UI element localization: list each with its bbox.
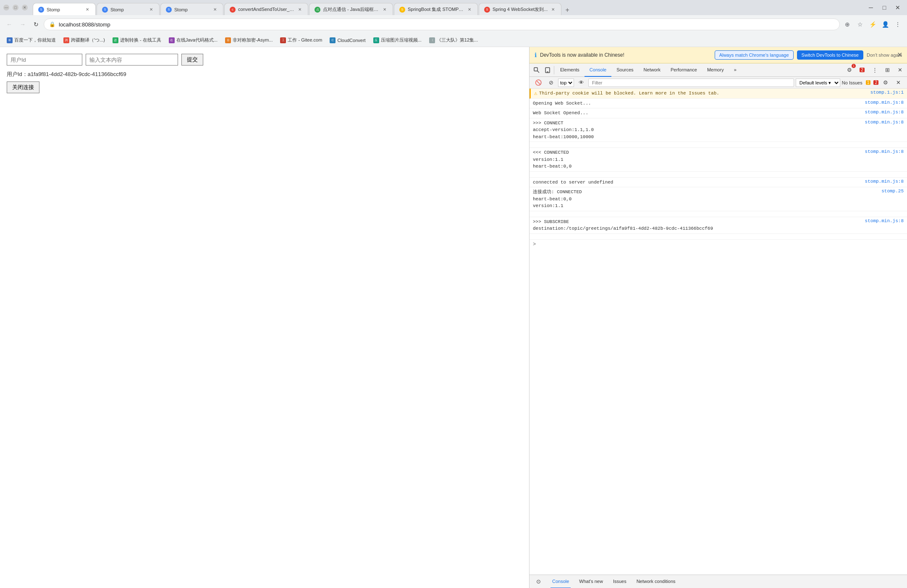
no-issues-badge: No Issues 1 2 bbox=[842, 80, 878, 85]
console-text-connected: <<< CONNECTED version:1.1 heart-beat:0,0 bbox=[533, 149, 862, 170]
tab-close-4[interactable]: ✕ bbox=[297, 7, 303, 13]
settings-icon[interactable]: ⚙ 1 bbox=[844, 65, 855, 76]
browser-tab-p2p[interactable]: 点 点对点通信 - Java后端框架库 ✕ bbox=[309, 3, 393, 15]
tab-close-5[interactable]: ✕ bbox=[382, 7, 388, 13]
tab-performance[interactable]: Performance bbox=[666, 63, 702, 77]
tab-close-2[interactable]: ✕ bbox=[148, 7, 154, 13]
issues-count-badge[interactable]: 2 bbox=[857, 65, 868, 76]
bookmark-asym[interactable]: 非 非对称加密-Asym... bbox=[222, 35, 276, 45]
window-restore[interactable]: □ bbox=[878, 2, 890, 13]
tab-sources[interactable]: Sources bbox=[611, 63, 638, 77]
close-button[interactable]: ✕ bbox=[22, 5, 28, 10]
submit-button[interactable]: 提交 bbox=[181, 54, 203, 66]
browser-tab-convert[interactable]: c convertAndSendToUser_百三... ✕ bbox=[224, 3, 308, 15]
console-link-lianjiecheng[interactable]: stomp.25 bbox=[878, 189, 904, 194]
browser-tab-stomp-2[interactable]: S Stomp ✕ bbox=[97, 3, 160, 15]
user-id-input[interactable] bbox=[7, 54, 82, 66]
tab-console[interactable]: Console bbox=[585, 63, 611, 77]
maximize-button[interactable]: □ bbox=[13, 5, 18, 10]
console-link-warn-cookie[interactable]: stomp.1.js:1 bbox=[867, 90, 904, 95]
eye-icon[interactable]: 👁 bbox=[576, 77, 587, 88]
bookmark-hex[interactable]: 进 进制转换 - 在线工具 bbox=[109, 35, 165, 45]
reload-button[interactable]: ↻ bbox=[30, 18, 42, 30]
inspect-element-icon[interactable] bbox=[531, 65, 542, 76]
console-prompt-line[interactable]: > bbox=[530, 240, 907, 249]
browser-tab-spring4[interactable]: S Spring 4 WebSocket发到... ✕ bbox=[479, 3, 561, 15]
bookmark-sandui[interactable]: 《 《三大队》第12集... bbox=[426, 35, 481, 45]
bookmark-cloudconvert[interactable]: C CloudConvert bbox=[326, 35, 369, 45]
bottom-tab-whats-new[interactable]: What's new bbox=[577, 575, 605, 588]
tab-more[interactable]: » bbox=[729, 63, 742, 77]
bookmark-translate[interactable]: 跨 跨疆翻译（'つ...) bbox=[60, 35, 108, 45]
console-text-server-connected: connected to server undefined bbox=[533, 179, 862, 186]
console-link-subscribe[interactable]: stomp.min.js:8 bbox=[862, 218, 904, 223]
context-select[interactable]: top bbox=[558, 79, 574, 87]
tab-title-6: SpringBoot 集成 STOMP 实三... bbox=[408, 6, 464, 13]
back-button[interactable]: ← bbox=[3, 18, 15, 30]
url-bar[interactable]: 🔒 localhost:8088/stomp bbox=[44, 18, 840, 30]
bookmark-gitee[interactable]: 工 工作 - Gitee.com bbox=[277, 35, 325, 45]
window-close[interactable]: ✕ bbox=[892, 2, 904, 13]
notification-close-button[interactable]: ✕ bbox=[895, 50, 904, 59]
tab-elements[interactable]: Elements bbox=[555, 63, 585, 77]
console-link-connected[interactable]: stomp.min.js:8 bbox=[862, 149, 904, 154]
caret-icon: > bbox=[533, 242, 536, 247]
filter-icon[interactable]: ⊘ bbox=[545, 77, 556, 88]
notification-text: DevTools is now available in Chinese! bbox=[540, 52, 711, 58]
address-actions: ⊕ ☆ ⚡ 👤 ⋮ bbox=[841, 18, 904, 30]
bottom-tab-issues[interactable]: Issues bbox=[611, 575, 628, 588]
devtools-toolbar-right: ⚙ 1 2 ⋮ ⊞ ✕ bbox=[844, 65, 905, 76]
clear-console-icon[interactable]: 🚫 bbox=[533, 77, 544, 88]
tab-network[interactable]: Network bbox=[639, 63, 666, 77]
console-link-socket-opened[interactable]: stomp.min.js:8 bbox=[862, 110, 904, 115]
translate-button[interactable]: ⊕ bbox=[841, 18, 853, 30]
dock-icon[interactable]: ⊞ bbox=[882, 65, 893, 76]
menu-button[interactable]: ⋮ bbox=[892, 18, 904, 30]
profile-button[interactable]: 👤 bbox=[879, 18, 891, 30]
close-devtools-icon[interactable]: ✕ bbox=[894, 65, 905, 76]
bookmark-baidu[interactable]: B 百度一下，你就知道 bbox=[3, 35, 59, 45]
log-level-select[interactable]: Default levels ▾ bbox=[796, 79, 840, 87]
minimize-button[interactable]: — bbox=[3, 5, 9, 10]
bottom-tab-network-conditions[interactable]: Network conditions bbox=[635, 575, 677, 588]
browser-tab-stomp-1[interactable]: S Stomp ✕ bbox=[33, 3, 96, 15]
console-filter-input[interactable] bbox=[588, 79, 794, 87]
bottom-bar-icon[interactable]: ⊙ bbox=[533, 576, 544, 587]
tab-favicon-6: S bbox=[399, 7, 405, 13]
svg-rect-0 bbox=[534, 68, 537, 71]
tab-close-1[interactable]: ✕ bbox=[84, 7, 90, 13]
match-language-button[interactable]: Always match Chrome's language bbox=[715, 50, 794, 60]
tab-close-3[interactable]: ✕ bbox=[212, 7, 218, 13]
switch-devtools-button[interactable]: Switch DevTools to Chinese bbox=[797, 50, 863, 60]
close-console-icon[interactable]: ✕ bbox=[893, 77, 904, 88]
bookmark-button[interactable]: ☆ bbox=[854, 18, 866, 30]
bookmark-icon-compress: 压 bbox=[373, 37, 379, 43]
bottom-tab-console[interactable]: Console bbox=[550, 575, 571, 588]
new-tab-button[interactable]: + bbox=[562, 5, 572, 15]
forward-button[interactable]: → bbox=[17, 18, 29, 30]
extensions-button[interactable]: ⚡ bbox=[867, 18, 878, 30]
console-link-server-connected[interactable]: stomp.min.js:8 bbox=[862, 179, 904, 184]
devtools-tabs: Elements Console Sources Network Perform… bbox=[555, 63, 844, 77]
bookmark-label-gitee: 工作 - Gitee.com bbox=[288, 37, 322, 43]
console-link-opening-socket[interactable]: stomp.min.js:8 bbox=[862, 100, 904, 105]
bookmark-compress[interactable]: 压 压缩图片压缩视频... bbox=[370, 35, 425, 45]
browser-tab-stomp-3[interactable]: S Stomp ✕ bbox=[160, 3, 223, 15]
tab-close-6[interactable]: ✕ bbox=[467, 7, 472, 13]
url-text: localhost:8088/stomp bbox=[59, 21, 834, 28]
window-minimize[interactable]: ─ bbox=[865, 2, 877, 13]
message-input[interactable] bbox=[86, 54, 178, 66]
bookmark-label-translate: 跨疆翻译（'つ...) bbox=[71, 37, 105, 43]
browser-tab-springboot[interactable]: S SpringBoot 集成 STOMP 实三... ✕ bbox=[394, 3, 478, 15]
console-link-connect[interactable]: stomp.min.js:8 bbox=[862, 120, 904, 125]
tab-memory[interactable]: Memory bbox=[702, 63, 729, 77]
more-tools-icon[interactable]: ⋮ bbox=[869, 65, 880, 76]
close-connection-button[interactable]: 关闭连接 bbox=[7, 81, 39, 93]
window-controls[interactable]: — □ ✕ bbox=[3, 5, 28, 10]
bookmark-java[interactable]: 在 在线Java代码格式... bbox=[165, 35, 221, 45]
bookmark-icon-gitee: 工 bbox=[280, 37, 286, 43]
device-mode-icon[interactable] bbox=[542, 65, 553, 76]
tab-close-7[interactable]: ✕ bbox=[550, 7, 556, 13]
console-line-opening-socket: Opening Web Socket... stomp.min.js:8 bbox=[530, 99, 907, 109]
settings-gear-icon[interactable]: ⚙ bbox=[880, 77, 891, 88]
